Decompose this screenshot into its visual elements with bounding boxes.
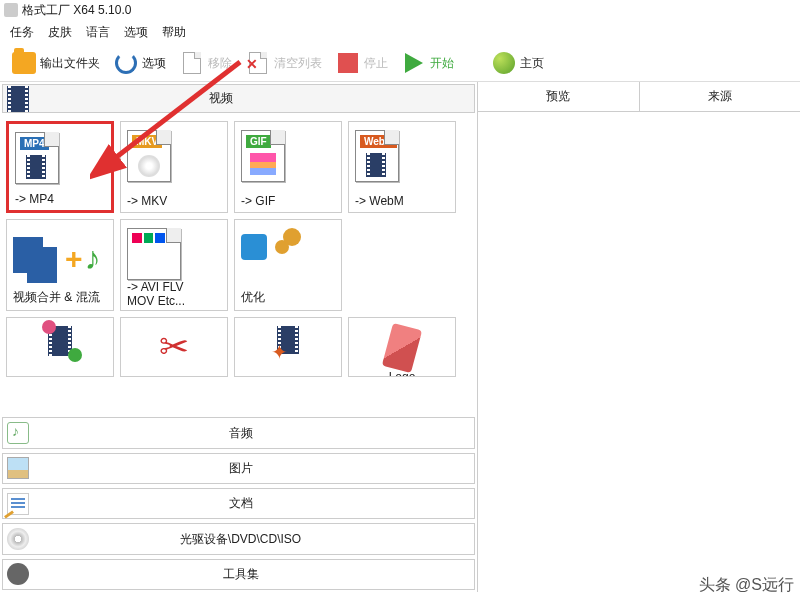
globe-icon <box>493 52 515 74</box>
category-audio-label: 音频 <box>7 425 474 442</box>
start-label: 开始 <box>430 55 454 72</box>
category-picture-label: 图片 <box>7 460 474 477</box>
app-icon <box>4 3 18 17</box>
mp4-badge: MP4 <box>20 137 49 150</box>
menubar: 任务 皮肤 语言 选项 帮助 <box>0 20 800 45</box>
webm-badge: WebM <box>360 135 397 148</box>
stop-button[interactable]: 停止 <box>332 49 392 77</box>
crop-icon <box>48 326 72 356</box>
tile-optimize[interactable]: 优化 <box>234 219 342 311</box>
stop-label: 停止 <box>364 55 388 72</box>
tile-crop[interactable] <box>6 317 114 377</box>
merge-icon <box>13 237 63 281</box>
avi-icon <box>127 228 181 280</box>
tile-cut[interactable]: ✂ <box>120 317 228 377</box>
tile-webm-label: -> WebM <box>355 194 449 208</box>
menu-lang[interactable]: 语言 <box>86 24 110 41</box>
col-preview[interactable]: 预览 <box>478 82 640 111</box>
col-source[interactable]: 来源 <box>640 82 801 111</box>
category-audio[interactable]: 音频 <box>2 417 475 448</box>
tile-logo-label: Logo <box>355 370 449 377</box>
play-icon <box>405 53 423 73</box>
tile-webm[interactable]: WebM -> WebM <box>348 121 456 213</box>
tile-avi[interactable]: -> AVI FLV MOV Etc... <box>120 219 228 311</box>
home-label: 主页 <box>520 55 544 72</box>
left-panel: 视频 MP4 -> MP4 MKV -> MKV GIF -> GIF WebM <box>0 82 478 592</box>
film-icon <box>7 86 29 112</box>
menu-skin[interactable]: 皮肤 <box>48 24 72 41</box>
clearlist-button[interactable]: ✕ 清空列表 <box>242 49 326 77</box>
menu-option[interactable]: 选项 <box>124 24 148 41</box>
webm-icon: WebM <box>355 130 399 182</box>
tile-merge-label: 视频合并 & 混流 <box>13 289 107 306</box>
tile-gif-label: -> GIF <box>241 194 335 208</box>
window-title: 格式工厂 X64 5.10.0 <box>22 2 131 19</box>
category-picture[interactable]: 图片 <box>2 453 475 484</box>
titlebar: 格式工厂 X64 5.10.0 <box>0 0 800 20</box>
clearlist-icon: ✕ <box>249 52 267 74</box>
tile-gif[interactable]: GIF -> GIF <box>234 121 342 213</box>
menu-help[interactable]: 帮助 <box>162 24 186 41</box>
tile-logo[interactable]: Logo <box>348 317 456 377</box>
category-tools-label: 工具集 <box>7 566 474 583</box>
tile-blank <box>348 219 456 311</box>
category-tools[interactable]: 工具集 <box>2 559 475 590</box>
start-button[interactable]: 开始 <box>398 49 458 77</box>
optimize-icon <box>241 228 295 278</box>
edit-icon: ✦ <box>277 326 299 354</box>
tile-avi-label: -> AVI FLV MOV Etc... <box>127 280 221 308</box>
annotation-arrow <box>90 52 250 212</box>
folder-icon <box>12 52 36 74</box>
tile-merge[interactable]: +♪ 视频合并 & 混流 <box>6 219 114 311</box>
category-doc[interactable]: 文档 <box>2 488 475 519</box>
home-button[interactable]: 主页 <box>488 49 548 77</box>
right-panel: 预览 来源 <box>478 82 800 592</box>
clearlist-label: 清空列表 <box>274 55 322 72</box>
eraser-icon <box>382 323 422 373</box>
svg-line-0 <box>110 62 240 162</box>
watermark: 头条 @S远行 <box>699 575 794 596</box>
menu-task[interactable]: 任务 <box>10 24 34 41</box>
tile-optimize-label: 优化 <box>241 289 335 306</box>
right-header: 预览 来源 <box>478 82 800 112</box>
category-optical-label: 光驱设备\DVD\CD\ISO <box>7 531 474 548</box>
stop-icon <box>338 53 358 73</box>
scissors-icon: ✂ <box>159 326 189 368</box>
category-doc-label: 文档 <box>7 495 474 512</box>
document-icon <box>7 493 29 515</box>
music-note-icon <box>7 422 29 444</box>
mp4-icon: MP4 <box>15 132 59 184</box>
category-optical[interactable]: 光驱设备\DVD\CD\ISO <box>2 523 475 554</box>
tile-edit[interactable]: ✦ <box>234 317 342 377</box>
